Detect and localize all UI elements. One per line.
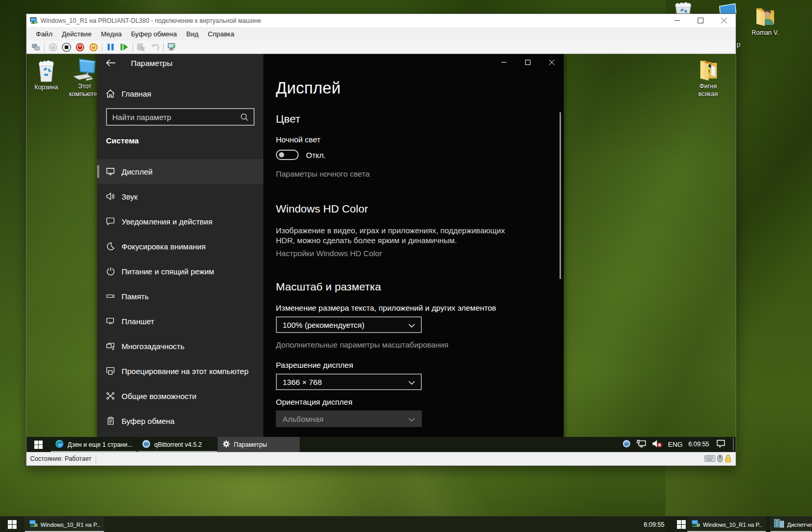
svg-text:qb: qb	[624, 441, 629, 446]
vm-enhanced-session-icon[interactable]	[165, 41, 179, 54]
guest-task-label: Параметры	[234, 441, 267, 448]
sidebar-item-shared-experiences[interactable]: Общие возможности	[97, 383, 263, 408]
settings-close-button[interactable]	[540, 54, 564, 71]
storage-icon	[106, 292, 115, 300]
sidebar-item-clipboard[interactable]: Буфер обмена	[97, 408, 263, 433]
search-icon	[241, 113, 248, 121]
search-input[interactable]	[112, 113, 241, 122]
settings-caption-buttons	[492, 54, 564, 71]
network-tray-icon[interactable]	[636, 440, 646, 449]
night-light-state: Откл.	[306, 151, 326, 159]
night-light-label: Ночной свет	[276, 135, 321, 144]
vm-pause-icon[interactable]	[104, 41, 117, 54]
host-user-folder-icon[interactable]: Roman V.	[747, 4, 784, 37]
orientation-label: Ориентация дисплея	[276, 397, 352, 406]
orientation-dropdown[interactable]: Альбомная	[276, 410, 422, 427]
menu-clipboard[interactable]: Буфер обмена	[126, 27, 181, 41]
host-clock[interactable]: 6:09:55	[644, 516, 664, 532]
sidebar-item-label: Питание и спящий режим	[122, 267, 214, 276]
guest-screen: Корзина Этот компьютер	[26, 54, 736, 452]
host-task-vmconnect-secondary[interactable]: Windows_10_R1 на P...	[687, 516, 766, 532]
sidebar-item-storage[interactable]: Память	[97, 284, 263, 309]
vm-start-icon[interactable]	[46, 41, 60, 54]
lock-status-icon	[725, 455, 731, 464]
host-task-label: Windows_10_R1 на P...	[703, 522, 762, 528]
multitasking-icon	[106, 342, 115, 350]
vm-maximize-button[interactable]	[689, 14, 712, 27]
back-button[interactable]	[106, 59, 116, 68]
orientation-dropdown-value: Альбомная	[283, 415, 324, 423]
guest-task-label: qBittorrent v4.5.2	[154, 441, 202, 448]
guest-task-settings[interactable]: Параметры	[218, 437, 300, 452]
sidebar-item-label: Главная	[122, 89, 151, 98]
guest-start-button[interactable]	[26, 437, 50, 452]
menu-help[interactable]: Справка	[203, 27, 239, 41]
sidebar-item-label: Буфер обмена	[122, 417, 175, 425]
action-center-icon[interactable]	[716, 440, 725, 449]
sidebar-item-multitasking[interactable]: Многозадачность	[97, 334, 263, 358]
show-desktop-separator[interactable]	[733, 438, 734, 451]
night-light-toggle[interactable]	[276, 150, 299, 160]
guest-task-qbittorrent[interactable]: qb qBittorrent v4.5.2	[137, 437, 218, 452]
sidebar-item-home[interactable]: Главная	[97, 84, 263, 103]
guest-task-edge[interactable]: Дзен и еще 1 страни...	[50, 437, 137, 452]
menu-view[interactable]: Вид	[181, 27, 203, 41]
host-this-pc-icon[interactable]	[718, 3, 738, 14]
volume-muted-tray-icon[interactable]	[652, 440, 662, 449]
sidebar-item-label: Дисплей	[122, 167, 153, 176]
host-task-label: Диспетчер	[787, 522, 812, 528]
sidebar-item-label: Многозадачность	[122, 342, 184, 351]
toolbar-separator	[163, 43, 164, 52]
ctrl-alt-del-icon[interactable]	[29, 41, 43, 54]
keyboard-status-icon	[704, 455, 715, 464]
scale-dropdown[interactable]: 100% (рекомендуется)	[276, 316, 422, 333]
resolution-dropdown[interactable]: 1366 × 768	[276, 374, 422, 390]
settings-minimize-button[interactable]	[492, 54, 516, 71]
host-recycle-bin-icon[interactable]	[672, 1, 695, 15]
advanced-scaling-link[interactable]: Дополнительные параметры масштабирования	[276, 340, 448, 349]
sidebar-item-display[interactable]: Дисплей	[97, 159, 263, 184]
guest-recycle-bin-icon[interactable]: Корзина	[28, 59, 65, 91]
page-title: Дисплей	[276, 79, 341, 98]
menu-file[interactable]: Файл	[31, 27, 57, 41]
vm-minimize-button[interactable]	[665, 14, 689, 27]
settings-window: Параметры Главная Система Дисплей	[97, 54, 564, 437]
night-light-settings-link[interactable]: Параметры ночного света	[276, 169, 370, 178]
guest-clock[interactable]: 6:09:55	[688, 441, 709, 448]
vm-checkpoint-icon[interactable]	[135, 41, 148, 54]
menu-action[interactable]: Действие	[57, 27, 96, 41]
settings-search-box[interactable]	[106, 108, 255, 126]
host-task-vmconnect-primary[interactable]: Windows_10_R1 на P...	[24, 516, 104, 532]
guest-folder-label: Фигня всякая	[698, 83, 717, 98]
vm-shut-down-icon[interactable]	[73, 41, 87, 54]
scale-label: Изменение размера текста, приложений и д…	[276, 303, 496, 312]
host-task-task-manager[interactable]: Диспетчер	[770, 516, 812, 532]
host-start-button[interactable]	[0, 516, 24, 532]
sidebar-item-label: Проецирование на этот компьютер	[122, 367, 248, 376]
sidebar-item-projecting[interactable]: Проецирование на этот компьютер	[97, 358, 263, 383]
sidebar-item-focus-assist[interactable]: Фокусировка внимания	[97, 234, 263, 259]
vm-resume-icon[interactable]	[117, 41, 131, 54]
shared-experiences-icon	[106, 392, 115, 400]
qbittorrent-tray-icon[interactable]: qb	[622, 440, 631, 449]
hdr-settings-link[interactable]: Настройки Windows HD Color	[276, 249, 382, 258]
host-taskbar: Windows_10_R1 на P... 6:09:55 Windows_10…	[0, 516, 812, 532]
guest-folder-icon[interactable]: Фигня всякая	[689, 58, 727, 98]
sidebar-item-sound[interactable]: Звук	[97, 184, 263, 209]
language-indicator[interactable]: ENG	[668, 441, 683, 448]
menu-media[interactable]: Медиа	[96, 27, 126, 41]
sidebar-item-tablet[interactable]: Планшет	[97, 309, 263, 334]
vm-revert-icon[interactable]	[148, 41, 162, 54]
guest-taskbar: Дзен и еще 1 страни... qb qBittorrent v4…	[26, 437, 736, 452]
sidebar-item-power-sleep[interactable]: Питание и спящий режим	[97, 259, 263, 284]
settings-maximize-button[interactable]	[516, 54, 540, 71]
settings-app-title: Параметры	[131, 59, 172, 68]
settings-scrollbar-thumb[interactable]	[560, 112, 561, 279]
vm-save-icon[interactable]	[87, 41, 100, 54]
vm-turn-off-icon[interactable]	[60, 41, 73, 54]
guest-task-label: Дзен и еще 1 страни...	[68, 441, 132, 448]
sidebar-item-notifications[interactable]: Уведомления и действия	[97, 209, 263, 234]
vm-close-button[interactable]	[712, 14, 736, 27]
qbittorrent-icon: qb	[142, 440, 151, 450]
sidebar-item-label: Общие возможности	[122, 392, 196, 401]
